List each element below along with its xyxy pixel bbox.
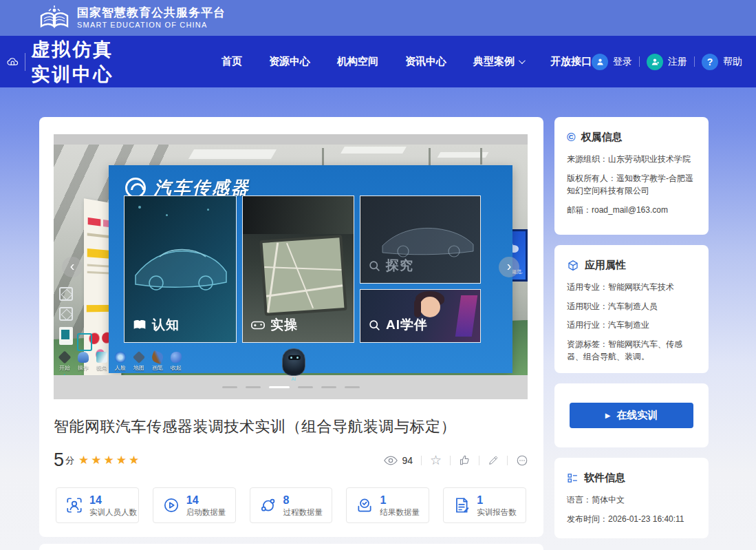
view-icon xyxy=(96,352,107,363)
carousel-dot[interactable] xyxy=(345,386,360,388)
row-label: 语言： xyxy=(567,495,592,505)
row-value: 2026-01-23 16:40:11 xyxy=(608,514,684,524)
card-label-text: 认知 xyxy=(152,316,180,334)
like-button[interactable] xyxy=(459,454,471,466)
vr-clipboard-icon[interactable] xyxy=(77,333,92,351)
map-icon xyxy=(133,351,145,363)
nav-item-cases[interactable]: 典型案例 xyxy=(473,55,523,68)
nav-item-institutions[interactable]: 机构空间 xyxy=(337,55,378,68)
tool-brush[interactable]: 画笔 xyxy=(152,352,163,372)
vr-toolbar: 开始 操作 视角 人脸 地图 画笔 收起 xyxy=(59,352,182,372)
tool-map[interactable]: 地图 xyxy=(133,352,144,372)
carousel-next-button[interactable]: › xyxy=(499,257,519,277)
play-circle-icon xyxy=(162,496,180,514)
carousel-dot[interactable] xyxy=(321,386,336,388)
carousel-dot[interactable] xyxy=(222,386,237,388)
cube-icon xyxy=(567,260,579,272)
tool-operate[interactable]: 操作 xyxy=(78,352,89,372)
platform-name-en: SMART EDUCATION OF CHINA xyxy=(77,21,226,30)
platform-logo[interactable]: 国家智慧教育公共服务平台 SMART EDUCATION OF CHINA xyxy=(39,5,226,31)
cloud-icon xyxy=(7,54,19,70)
ceiling-pipe xyxy=(480,148,482,165)
gps-map-screen xyxy=(259,235,347,316)
tool-label: 开始 xyxy=(59,364,70,372)
vr-document-icon[interactable] xyxy=(59,327,73,345)
vr-cube-icon[interactable] xyxy=(59,287,73,301)
nav-item-open-api[interactable]: 开放接口 xyxy=(550,55,592,68)
help-button[interactable]: ? 帮助 xyxy=(702,54,742,70)
nav-item-label: 开放接口 xyxy=(550,55,592,68)
sensor-logo-icon xyxy=(125,178,146,198)
application-row-industry: 适用行业：汽车制造业 xyxy=(567,319,696,332)
row-value: 汽车制造人员 xyxy=(608,302,658,311)
thumbs-up-icon xyxy=(459,454,471,466)
star-outline-icon: ☆ xyxy=(430,454,442,467)
row-label: 资源标签： xyxy=(567,339,608,349)
report-icon xyxy=(453,496,471,514)
application-row-occupation: 适用职业：汽车制造人员 xyxy=(567,300,696,313)
nav-item-resources[interactable]: 资源中心 xyxy=(269,55,310,68)
stat-value: 1 xyxy=(477,494,517,507)
software-row-language: 语言：简体中文 xyxy=(567,494,696,507)
nav-item-home[interactable]: 首页 xyxy=(222,55,242,68)
stat-value: 1 xyxy=(380,494,420,507)
more-button[interactable] xyxy=(516,454,528,467)
nav-item-news[interactable]: 资讯中心 xyxy=(405,55,446,68)
tool-collapse[interactable]: 收起 xyxy=(171,352,182,372)
engagement-bar: 94 ☆ xyxy=(384,454,528,467)
site-brand[interactable]: 虚拟仿真实训中心 xyxy=(7,37,117,87)
tool-view[interactable]: 视角 xyxy=(96,352,107,372)
ownership-card: © 权属信息 来源组织：山东劳动职业技术学院 版权所有人：遥知数字教学-合肥遥知… xyxy=(554,117,709,235)
row-label: 发布时间： xyxy=(567,514,608,524)
register-label: 注册 xyxy=(668,56,687,68)
online-training-button[interactable]: ▶ 在线实训 xyxy=(570,403,693,428)
ceiling-light xyxy=(341,147,407,154)
nav-menu: 首页 资源中心 机构空间 资讯中心 典型案例 开放接口 xyxy=(222,55,592,68)
card-explore[interactable]: 探究 xyxy=(360,195,481,284)
edit-button[interactable] xyxy=(488,455,499,466)
card-label-text: 探究 xyxy=(386,257,413,275)
magnifier-icon xyxy=(369,319,380,331)
application-header: 应用属性 xyxy=(567,259,696,272)
card-label-text: 实操 xyxy=(270,316,298,334)
tool-start[interactable]: 开始 xyxy=(59,352,70,372)
stat-label: 实训人员人数 xyxy=(89,507,137,517)
card-ai-partner[interactable]: AI学伴 xyxy=(360,289,481,343)
row-label: 版权所有人： xyxy=(567,173,616,183)
divider xyxy=(694,56,695,67)
training-panel: 汽车传感器 xyxy=(109,165,512,373)
card-cognition[interactable]: 认知 xyxy=(124,195,237,343)
software-header: 软件信息 xyxy=(567,472,696,485)
ai-robot[interactable]: AI xyxy=(281,348,307,381)
card-practice[interactable]: 实操 xyxy=(242,195,354,343)
carousel-dot[interactable] xyxy=(298,386,313,388)
stat-label: 实训报告数 xyxy=(477,507,517,517)
ceiling-pipe xyxy=(322,148,324,166)
carousel-prev-button[interactable]: ‹ xyxy=(62,257,83,277)
carousel-dot[interactable] xyxy=(246,386,261,388)
row-label: 适用专业： xyxy=(567,282,608,292)
divider xyxy=(450,456,451,465)
login-button[interactable]: 登录 xyxy=(592,54,632,70)
divider xyxy=(639,56,640,67)
collapse-icon xyxy=(171,352,182,363)
course-title: 智能网联汽车传感器装调技术实训（组合导航装调与标定） xyxy=(54,416,528,437)
tool-face[interactable]: 人脸 xyxy=(115,352,126,372)
operate-icon xyxy=(78,352,89,363)
platform-name-cn: 国家智慧教育公共服务平台 xyxy=(77,6,226,20)
panel-header: 汽车传感器 xyxy=(109,165,512,199)
register-button[interactable]: 注册 xyxy=(647,54,687,70)
tool-label: 画笔 xyxy=(152,364,163,372)
favorite-button[interactable]: ☆ xyxy=(430,454,442,467)
stat-label: 过程数据量 xyxy=(283,507,323,517)
brush-icon xyxy=(151,350,165,365)
magnifier-icon xyxy=(369,260,380,272)
tool-label: 视角 xyxy=(96,364,107,372)
carousel-dot-active[interactable] xyxy=(269,386,290,388)
dark-car-icon xyxy=(374,206,477,261)
ownership-row-email: 邮箱：road_mail@163.com xyxy=(567,204,696,217)
login-label: 登录 xyxy=(613,56,632,68)
vr-cube-icon[interactable] xyxy=(59,307,73,321)
course-detail-card: 汽车传感器 xyxy=(39,117,543,537)
application-title: 应用属性 xyxy=(585,259,626,272)
